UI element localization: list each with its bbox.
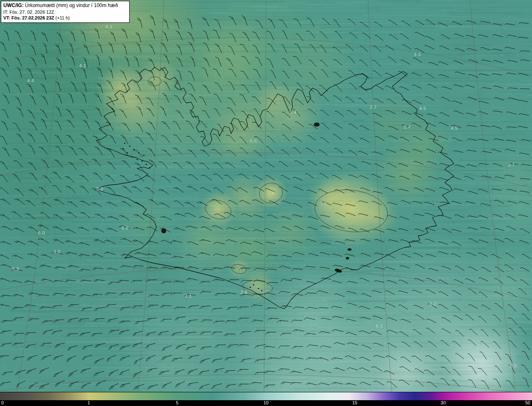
colorbar-gradient — [0, 392, 532, 400]
colorbar-tick: 30 — [441, 400, 446, 406]
colorbar-tick: 0 — [1, 400, 4, 406]
precipitation-wind-map-canvas — [0, 0, 532, 406]
product-label: UWC/IG: — [3, 2, 24, 8]
colorbar-tick: 10 — [264, 400, 268, 406]
colorbar-tick-labels: 01510153050 — [0, 400, 532, 406]
valid-time: VT: Fös. 27.02.2026 23Z — [3, 15, 54, 20]
product-title: Úrkomumætti (mm) og vindur í 100m hæð — [24, 2, 118, 8]
valid-time-line: VT: Fös. 27.02.2026 23Z (+11 h) — [3, 15, 126, 21]
colorbar-tick: 15 — [352, 400, 357, 406]
product-title-line: UWC/IG: Úrkomumætti (mm) og vindur í 100… — [3, 2, 126, 9]
weather-map-app: 4.33.34.14.42.74.65.42.44.55.63.72.91.41… — [0, 0, 532, 406]
colorbar-tick: 1 — [88, 400, 90, 406]
colorbar-tick: 5 — [176, 400, 178, 406]
valid-time-offset: (+11 h) — [54, 15, 69, 20]
colorbar-tick: 50 — [525, 400, 530, 406]
colorbar: 01510153050 — [0, 392, 532, 406]
title-box: UWC/IG: Úrkomumætti (mm) og vindur í 100… — [1, 1, 130, 23]
init-time-line: IT: Fös. 27. 02. 2026 12Z — [3, 9, 126, 15]
